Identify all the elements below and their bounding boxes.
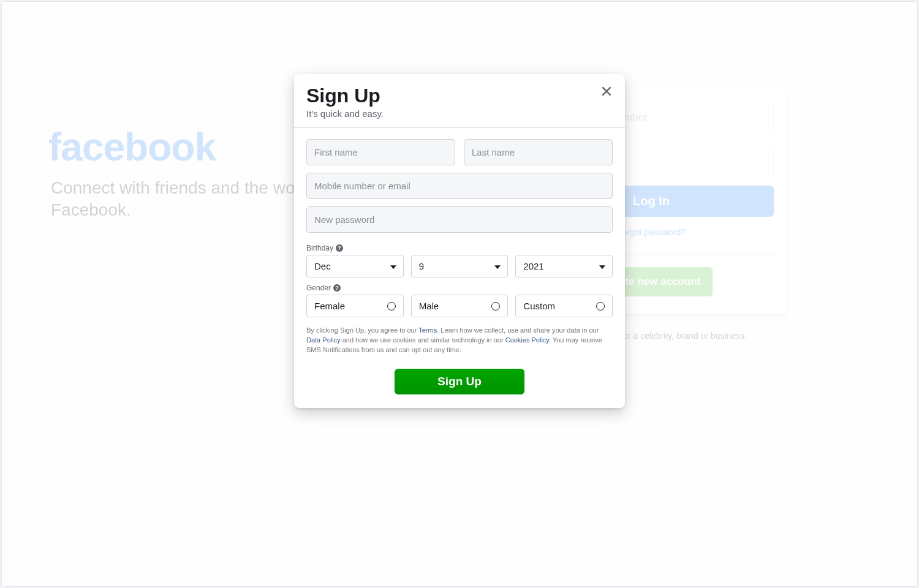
modal-subtitle: It's quick and easy.: [306, 108, 613, 119]
contact-input[interactable]: [306, 173, 613, 199]
close-button[interactable]: [599, 84, 614, 99]
signup-modal: Sign Up It's quick and easy. Birthday ?: [294, 74, 625, 408]
modal-overlay: Sign Up It's quick and easy. Birthday ?: [2, 2, 917, 586]
data-policy-link[interactable]: Data Policy: [306, 336, 341, 344]
first-name-input[interactable]: [306, 139, 455, 165]
radio-icon: [387, 302, 396, 311]
gender-label: Gender ?: [306, 284, 613, 292]
birthday-label: Birthday ?: [306, 244, 613, 252]
radio-icon: [491, 302, 500, 311]
close-icon: [600, 85, 613, 97]
gender-option-male[interactable]: Male: [411, 295, 509, 317]
modal-title: Sign Up: [306, 84, 613, 107]
birthday-day-select[interactable]: 9: [411, 255, 509, 277]
radio-icon: [596, 302, 605, 311]
gender-option-female[interactable]: Female: [306, 295, 404, 317]
terms-link[interactable]: Terms: [418, 326, 437, 334]
new-password-input[interactable]: [306, 206, 613, 233]
signup-button[interactable]: Sign Up: [395, 369, 524, 394]
cookies-policy-link[interactable]: Cookies Policy: [505, 336, 549, 344]
legal-text: By clicking Sign Up, you agree to our Te…: [306, 326, 613, 355]
birthday-month-select[interactable]: Dec: [306, 255, 404, 277]
birthday-help-icon[interactable]: ?: [336, 244, 343, 252]
modal-body: Birthday ? Dec 9 2021 Gender ? Female: [294, 128, 625, 408]
last-name-input[interactable]: [464, 139, 613, 165]
gender-option-custom[interactable]: Custom: [515, 295, 613, 317]
gender-help-icon[interactable]: ?: [333, 284, 341, 292]
modal-header: Sign Up It's quick and easy.: [294, 74, 625, 128]
birthday-year-select[interactable]: 2021: [515, 255, 613, 277]
